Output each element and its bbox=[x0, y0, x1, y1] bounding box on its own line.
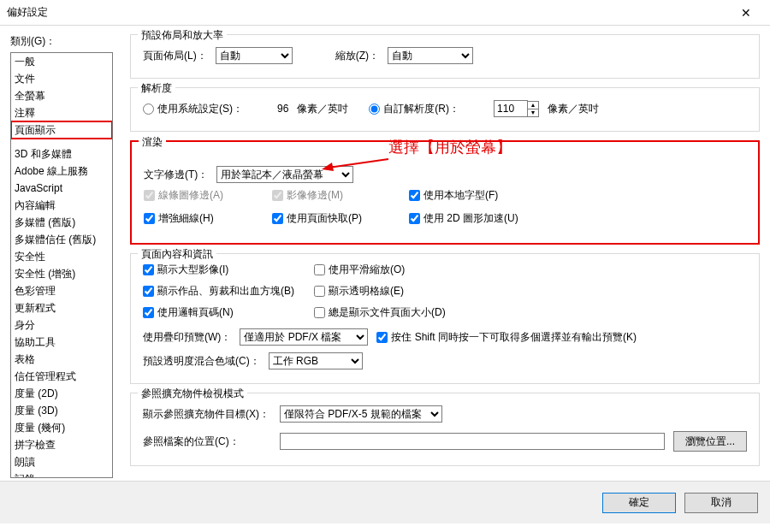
resolution-unit-2: 像素／英吋 bbox=[548, 102, 599, 116]
sidebar-item[interactable]: 拼字檢查 bbox=[11, 436, 112, 453]
sidebar-item[interactable]: 安全性 bbox=[11, 248, 112, 265]
group-render-title: 渲染 bbox=[139, 135, 166, 150]
sidebar: 類別(G)： 一般文件全螢幕注釋頁面顯示3D 和多媒體Adobe 線上服務Jav… bbox=[10, 34, 113, 481]
check-enhance-thin[interactable]: 增強細線(H) bbox=[144, 211, 272, 226]
blend-label: 預設透明度混合色域(C)： bbox=[143, 354, 260, 369]
group-xobject: 參照擴充物件檢視模式 顯示參照擴充物件目標(X)： 僅限符合 PDF/X-5 規… bbox=[130, 393, 760, 466]
check-trans-grid[interactable]: 顯示透明格線(E) bbox=[314, 284, 536, 299]
group-resolution: 解析度 使用系統設定(S)： 96 像素／英吋 自訂解析度(R)： ▲▼ bbox=[130, 87, 760, 132]
category-label: 類別(G)： bbox=[10, 34, 113, 49]
zoom-select[interactable]: 自動 bbox=[388, 47, 473, 64]
annotation-text: 選擇【用於螢幕】 bbox=[388, 137, 512, 157]
check-page-cache[interactable]: 使用頁面快取(P) bbox=[272, 211, 409, 226]
footer: 確定 取消 bbox=[0, 481, 770, 523]
sidebar-item[interactable]: 一般 bbox=[11, 53, 112, 70]
sidebar-item[interactable]: 色彩管理 bbox=[11, 282, 112, 299]
xobject-show-select[interactable]: 僅限符合 PDF/X-5 規範的檔案 bbox=[280, 405, 442, 423]
spinner-down-icon[interactable]: ▼ bbox=[528, 109, 538, 116]
blend-select[interactable]: 工作 RGB bbox=[269, 352, 363, 369]
sidebar-item[interactable]: 頁面顯示 bbox=[11, 121, 112, 139]
sidebar-item[interactable]: 文件 bbox=[11, 70, 112, 87]
resolution-system-radio[interactable]: 使用系統設定(S)： bbox=[143, 102, 243, 116]
dialog-body: 類別(G)： 一般文件全螢幕注釋頁面顯示3D 和多媒體Adobe 線上服務Jav… bbox=[0, 26, 770, 481]
check-local-fonts[interactable]: 使用本地字型(F) bbox=[409, 188, 597, 203]
page-layout-select[interactable]: 自動 bbox=[216, 47, 293, 64]
sidebar-item[interactable]: 表格 bbox=[11, 351, 112, 368]
sidebar-item[interactable]: 身分 bbox=[11, 316, 112, 334]
sidebar-item[interactable]: 度量 (3D) bbox=[11, 402, 112, 419]
sidebar-item[interactable]: JavaScript bbox=[11, 180, 112, 197]
resolution-custom-input[interactable] bbox=[494, 100, 528, 117]
titlebar: 偏好設定 ✕ bbox=[0, 0, 770, 26]
resolution-system-value: 96 bbox=[277, 103, 288, 115]
overprint-label: 使用疊印預覽(W)： bbox=[143, 330, 231, 345]
group-layout-title: 預設佈局和放大率 bbox=[138, 28, 227, 43]
resolution-custom-spinner[interactable]: ▲▼ bbox=[494, 100, 539, 117]
check-shift-output[interactable]: 按住 Shift 同時按一下可取得多個選擇並有輸出預覽(K) bbox=[376, 330, 637, 345]
sidebar-item[interactable]: 安全性 (增強) bbox=[11, 265, 112, 282]
group-layout: 預設佈局和放大率 頁面佈局(L)： 自動 縮放(Z)： 自動 bbox=[130, 34, 760, 79]
sidebar-item[interactable]: 3D 和多媒體 bbox=[11, 145, 112, 163]
group-resolution-title: 解析度 bbox=[138, 81, 175, 96]
sidebar-item[interactable]: 記錄 bbox=[11, 470, 112, 478]
check-art-boxes[interactable]: 顯示作品、剪裁和出血方塊(B) bbox=[143, 284, 314, 299]
overprint-select[interactable]: 僅適用於 PDF/X 檔案 bbox=[240, 328, 368, 346]
close-icon[interactable]: ✕ bbox=[729, 6, 763, 20]
group-content-title: 頁面內容和資訊 bbox=[138, 247, 216, 262]
cancel-button[interactable]: 取消 bbox=[684, 493, 758, 513]
sidebar-item[interactable]: 注釋 bbox=[11, 104, 112, 121]
sidebar-item[interactable]: 度量 (幾何) bbox=[11, 419, 112, 436]
check-always-size[interactable]: 總是顯示文件頁面大小(D) bbox=[314, 305, 536, 320]
sidebar-item[interactable]: 度量 (2D) bbox=[11, 385, 112, 402]
check-large-images[interactable]: 顯示大型影像(I) bbox=[143, 263, 314, 277]
main-panel: 預設佈局和放大率 頁面佈局(L)： 自動 縮放(Z)： 自動 解析度 使用系統設… bbox=[113, 34, 760, 481]
check-2d-accel[interactable]: 使用 2D 圖形加速(U) bbox=[409, 211, 597, 226]
smooth-text-select[interactable]: 用於筆記本／液晶螢幕 bbox=[216, 166, 353, 183]
check-smooth-images: 影像修邊(M) bbox=[272, 188, 409, 203]
group-content: 頁面內容和資訊 顯示大型影像(I) 使用平滑縮放(O) 顯示作品、剪裁和出血方塊… bbox=[130, 253, 760, 384]
ok-button[interactable]: 確定 bbox=[602, 493, 676, 513]
browse-button[interactable]: 瀏覽位置... bbox=[673, 431, 747, 452]
xobject-loc-label: 參照檔案的位置(C)： bbox=[143, 434, 271, 449]
sidebar-item[interactable]: Adobe 線上服務 bbox=[11, 163, 112, 180]
window-title: 偏好設定 bbox=[7, 5, 729, 20]
group-xobject-title: 參照擴充物件檢視模式 bbox=[138, 387, 247, 401]
sidebar-item[interactable]: 協助工具 bbox=[11, 334, 112, 351]
sidebar-item[interactable]: 更新程式 bbox=[11, 299, 112, 316]
category-listbox[interactable]: 一般文件全螢幕注釋頁面顯示3D 和多媒體Adobe 線上服務JavaScript… bbox=[10, 52, 113, 478]
sidebar-item[interactable]: 內容編輯 bbox=[11, 197, 112, 214]
page-layout-label: 頁面佈局(L)： bbox=[143, 49, 207, 63]
resolution-custom-radio[interactable]: 自訂解析度(R)： bbox=[369, 102, 459, 116]
sidebar-item[interactable]: 朗讀 bbox=[11, 453, 112, 470]
check-smooth-zoom[interactable]: 使用平滑縮放(O) bbox=[314, 263, 536, 277]
xobject-loc-input[interactable] bbox=[280, 433, 665, 450]
group-render: 渲染 選擇【用於螢幕】 文字修邊(T)： 用於筆記本／液晶螢幕 線條圖修邊(A)… bbox=[130, 140, 760, 245]
sidebar-item[interactable]: 信任管理程式 bbox=[11, 368, 112, 385]
spinner-up-icon[interactable]: ▲ bbox=[528, 102, 538, 109]
resolution-unit-1: 像素／英吋 bbox=[297, 102, 348, 116]
xobject-show-label: 顯示參照擴充物件目標(X)： bbox=[143, 407, 271, 422]
smooth-text-label: 文字修邊(T)： bbox=[144, 168, 208, 182]
zoom-label: 縮放(Z)： bbox=[335, 49, 379, 63]
check-smooth-lineart: 線條圖修邊(A) bbox=[144, 188, 272, 203]
sidebar-item[interactable]: 全螢幕 bbox=[11, 87, 112, 104]
check-logical-page[interactable]: 使用邏輯頁碼(N) bbox=[143, 305, 314, 320]
sidebar-item[interactable]: 多媒體 (舊版) bbox=[11, 214, 112, 231]
sidebar-item[interactable]: 多媒體信任 (舊版) bbox=[11, 231, 112, 248]
